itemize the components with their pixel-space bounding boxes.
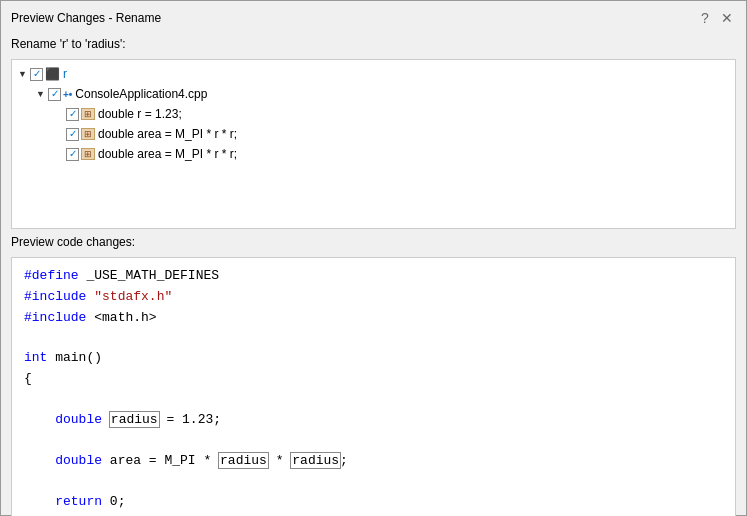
field-icon-1: ⊞	[81, 108, 95, 120]
tree-file-text: ConsoleApplication4.cpp	[75, 87, 207, 101]
tree-ref3-text: double area = M_PI * r * r;	[98, 147, 237, 161]
help-button[interactable]: ?	[696, 9, 714, 27]
variable-icon: ⬛	[45, 67, 60, 81]
code-line-10: double area = M_PI * radius * radius;	[24, 451, 723, 472]
fn-main: main()	[55, 350, 102, 365]
tree-ref1-text: double r = 1.23;	[98, 107, 182, 121]
dialog-content: Rename 'r' to 'radius': ▼ ⬛ r ▼ +• Conso…	[1, 31, 746, 516]
dialog-title: Preview Changes - Rename	[11, 11, 161, 25]
code-line-2: #include "stdafx.h"	[24, 287, 723, 308]
code-line-9	[24, 431, 723, 451]
kw-int: int	[24, 350, 47, 365]
code-line-5: int main()	[24, 348, 723, 369]
rename-label: Rename 'r' to 'radius':	[11, 37, 736, 51]
field-icon-2: ⊞	[81, 128, 95, 140]
pp-1-text: _USE_MATH_DEFINES	[86, 268, 219, 283]
tree-ref2-text: double area = M_PI * r * r;	[98, 127, 237, 141]
code-scroll-area[interactable]: #define _USE_MATH_DEFINES #include "stda…	[12, 258, 735, 516]
pp-3: #include	[24, 310, 86, 325]
code-line-4	[24, 328, 723, 348]
title-bar: Preview Changes - Rename ? ✕	[1, 1, 746, 31]
pp-1: #define	[24, 268, 79, 283]
tree-item-ref3[interactable]: ▷ ⊞ double area = M_PI * r * r;	[16, 144, 731, 164]
tree-item-ref2[interactable]: ▷ ⊞ double area = M_PI * r * r;	[16, 124, 731, 144]
expand-arrow-ref3: ▷	[54, 149, 64, 159]
code-line-13: }	[24, 512, 723, 516]
tree-root-text: r	[63, 67, 67, 81]
field-icon-3: ⊞	[81, 148, 95, 160]
close-button[interactable]: ✕	[718, 9, 736, 27]
cpp-icon: +•	[63, 89, 72, 100]
preview-label: Preview code changes:	[11, 235, 736, 249]
tree-item-ref1[interactable]: ▷ ⊞ double r = 1.23;	[16, 104, 731, 124]
checkbox-ref1[interactable]	[66, 108, 79, 121]
kw-double-2: double	[55, 453, 102, 468]
expand-arrow-file: ▼	[36, 89, 46, 99]
title-bar-left: Preview Changes - Rename	[11, 11, 161, 25]
pp-2-str: "stdafx.h"	[94, 289, 172, 304]
pp-3-text: <math.h>	[94, 310, 156, 325]
code-panel: #define _USE_MATH_DEFINES #include "stda…	[11, 257, 736, 516]
radius-highlight-2: radius	[219, 453, 268, 468]
code-line-8: double radius = 1.23;	[24, 410, 723, 431]
checkbox-ref3[interactable]	[66, 148, 79, 161]
tree-item-file[interactable]: ▼ +• ConsoleApplication4.cpp	[16, 84, 731, 104]
code-line-6: {	[24, 369, 723, 390]
code-line-1: #define _USE_MATH_DEFINES	[24, 266, 723, 287]
expand-arrow-ref1: ▷	[54, 109, 64, 119]
code-line-12: return 0;	[24, 492, 723, 513]
expand-arrow-root: ▼	[18, 69, 28, 79]
kw-return: return	[55, 494, 102, 509]
title-bar-right: ? ✕	[696, 9, 736, 27]
tree-item-root[interactable]: ▼ ⬛ r	[16, 64, 731, 84]
tree-panel[interactable]: ▼ ⬛ r ▼ +• ConsoleApplication4.cpp ▷ ⊞ d…	[11, 59, 736, 229]
checkbox-root[interactable]	[30, 68, 43, 81]
code-line-3: #include <math.h>	[24, 308, 723, 329]
kw-double-1: double	[55, 412, 102, 427]
pp-2: #include	[24, 289, 86, 304]
code-line-11	[24, 472, 723, 492]
checkbox-file[interactable]	[48, 88, 61, 101]
preview-changes-dialog: Preview Changes - Rename ? ✕ Rename 'r' …	[0, 0, 747, 516]
radius-highlight-1: radius	[110, 412, 159, 427]
code-line-7	[24, 390, 723, 410]
radius-highlight-3: radius	[291, 453, 340, 468]
checkbox-ref2[interactable]	[66, 128, 79, 141]
expand-arrow-ref2: ▷	[54, 129, 64, 139]
